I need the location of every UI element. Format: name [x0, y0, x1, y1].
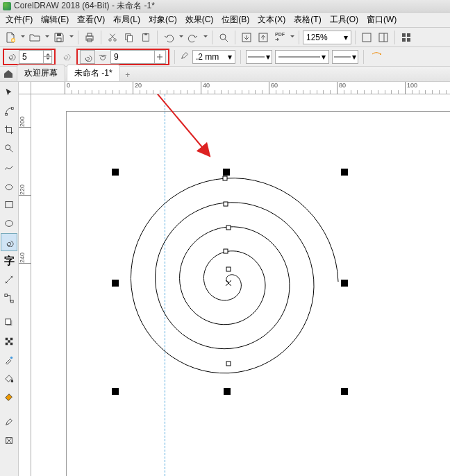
start-arrow-combo[interactable]: ▾	[246, 50, 272, 64]
line-style-combo[interactable]: ▾	[275, 50, 329, 64]
connector-tool[interactable]	[1, 289, 17, 307]
menu-tools[interactable]: 工具(O)	[326, 12, 362, 27]
pdf-export-button[interactable]: PDF➜	[272, 30, 288, 45]
fill-tool[interactable]	[1, 432, 17, 450]
menu-view[interactable]: 查看(V)	[73, 12, 109, 27]
smart-fill-tool[interactable]	[1, 389, 17, 407]
menu-bar: 文件(F) 编辑(E) 查看(V) 布局(L) 对象(C) 效果(C) 位图(B…	[0, 12, 450, 28]
home-icon[interactable]	[3, 68, 14, 79]
menu-file[interactable]: 文件(F)	[1, 12, 37, 27]
expansion-slider-button[interactable]	[154, 51, 164, 63]
open-dropdown[interactable]	[44, 30, 50, 45]
svg-rect-51	[226, 226, 231, 230]
svg-rect-42	[223, 169, 230, 176]
pick-tool[interactable]	[1, 83, 17, 101]
zoom-tool[interactable]	[1, 139, 17, 158]
svg-point-39	[10, 357, 13, 359]
fullscreen-button[interactable]	[359, 30, 374, 45]
new-tab-button[interactable]: +	[122, 69, 134, 81]
title-bar: CorelDRAW 2018 (64-Bit) - 未命名 -1*	[0, 0, 450, 12]
ruler-origin[interactable]	[19, 82, 31, 94]
cut-button[interactable]	[105, 30, 120, 45]
svg-rect-52	[224, 249, 228, 253]
menu-effects[interactable]: 效果(C)	[181, 12, 218, 27]
spiral-tool[interactable]	[1, 233, 17, 251]
search-button[interactable]	[216, 30, 231, 45]
parallel-dim-tool[interactable]	[1, 271, 17, 289]
svg-rect-36	[10, 343, 13, 346]
svg-rect-44	[112, 280, 119, 287]
print-button[interactable]	[82, 30, 97, 45]
rectangle-tool[interactable]	[1, 196, 17, 214]
property-bar: .2 mm▾ ▾ ▾ ▾	[0, 47, 450, 67]
menu-bitmap[interactable]: 位图(B)	[217, 12, 253, 27]
revolutions-group-highlight	[3, 49, 56, 65]
export-button[interactable]	[256, 30, 271, 45]
shape-tool[interactable]	[1, 102, 17, 120]
svg-rect-43	[341, 169, 348, 176]
text-tool[interactable]: 字	[1, 252, 17, 270]
redo-dropdown[interactable]	[202, 30, 208, 45]
menu-text[interactable]: 文本(X)	[253, 12, 290, 27]
transparency-tool[interactable]	[1, 332, 17, 350]
svg-rect-16	[379, 33, 388, 42]
ellipse-tool[interactable]	[1, 214, 17, 232]
svg-rect-48	[341, 388, 348, 395]
new-dropdown[interactable]	[19, 30, 26, 45]
svg-rect-41	[112, 169, 119, 176]
expansion-input[interactable]	[111, 51, 154, 63]
ruler-horizontal[interactable]: 020406080100120	[31, 82, 450, 94]
undo-button[interactable]	[161, 30, 176, 45]
svg-point-29	[6, 221, 13, 227]
expansion-slider[interactable]	[110, 50, 166, 64]
expansion-group-highlight	[76, 49, 169, 65]
svg-rect-49	[223, 176, 227, 180]
revolutions-down[interactable]	[43, 57, 51, 63]
symmetric-spiral-icon[interactable]	[61, 51, 71, 62]
document-tabs: 欢迎屏幕 未命名 -1* +	[0, 67, 450, 82]
import-button[interactable]	[239, 30, 254, 45]
svg-point-12	[220, 34, 226, 40]
spiral-expansion-icon	[98, 51, 108, 62]
save-dropdown[interactable]	[68, 30, 74, 45]
svg-rect-26	[12, 108, 14, 110]
menu-window[interactable]: 窗口(W)	[362, 12, 401, 27]
revolutions-up[interactable]	[43, 51, 51, 57]
tab-doc1[interactable]: 未命名 -1*	[67, 65, 120, 81]
wrap-text-button[interactable]	[369, 49, 384, 65]
paste-button[interactable]	[138, 30, 153, 45]
crop-tool[interactable]	[1, 121, 17, 139]
revolutions-input[interactable]	[19, 51, 43, 63]
zoom-combo[interactable]: 125%▾	[303, 31, 351, 44]
revolutions-spinner[interactable]	[19, 50, 52, 64]
interactive-fill-tool[interactable]	[1, 370, 17, 388]
canvas[interactable]	[31, 94, 450, 476]
redo-button[interactable]	[185, 30, 201, 45]
drop-shadow-tool[interactable]	[1, 314, 17, 332]
spiral-object[interactable]	[31, 94, 450, 476]
outline-pen-tool[interactable]	[1, 413, 17, 431]
undo-dropdown[interactable]	[178, 30, 184, 45]
menu-layout[interactable]: 布局(L)	[109, 12, 144, 27]
save-button[interactable]	[51, 30, 67, 45]
logarithmic-spiral-icon[interactable]	[80, 50, 95, 64]
outline-width-combo[interactable]: .2 mm▾	[192, 50, 235, 64]
dockers-button[interactable]	[376, 30, 391, 45]
open-button[interactable]	[27, 30, 42, 45]
freehand-tool[interactable]	[1, 158, 17, 176]
launcher-button[interactable]	[399, 30, 414, 45]
svg-point-6	[109, 38, 112, 41]
svg-point-7	[114, 38, 117, 41]
menu-edit[interactable]: 编辑(E)	[37, 12, 73, 27]
copy-button[interactable]	[122, 30, 137, 45]
tab-welcome[interactable]: 欢迎屏幕	[17, 65, 65, 81]
pdf-dropdown[interactable]	[289, 30, 295, 45]
ruler-vertical[interactable]: 200220240	[19, 94, 31, 476]
menu-table[interactable]: 表格(T)	[290, 12, 325, 27]
eyedropper-tool[interactable]	[1, 351, 17, 369]
end-arrow-combo[interactable]: ▾	[332, 50, 358, 64]
svg-rect-35	[8, 340, 10, 343]
menu-object[interactable]: 对象(C)	[144, 12, 181, 27]
artistic-media-tool[interactable]	[1, 177, 17, 195]
new-button[interactable]	[3, 30, 18, 45]
